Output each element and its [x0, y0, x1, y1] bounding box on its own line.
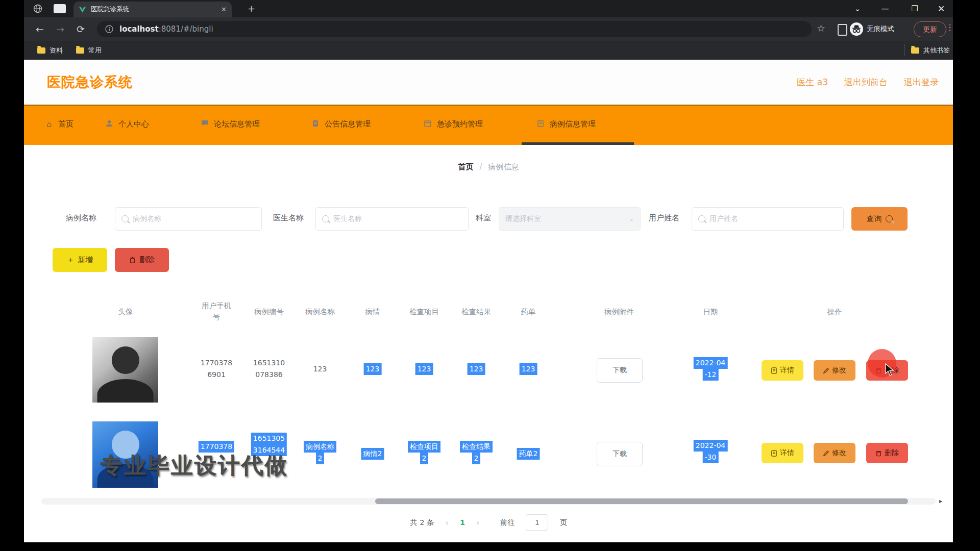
search-icon: [698, 215, 705, 222]
user-icon: [105, 119, 114, 129]
col-header-phone: 用户手机号: [202, 300, 231, 322]
doctor-name-input[interactable]: 医生名称: [315, 207, 469, 231]
department-label: 科室: [476, 213, 491, 223]
delete-button[interactable]: 删除: [115, 248, 169, 272]
page-number[interactable]: 1: [460, 518, 465, 527]
new-tab-icon[interactable]: +: [248, 4, 255, 13]
browser-tab-bar: 医院急诊系统 ✕ + ⌄ — ❐ ✕: [24, 0, 953, 17]
cell-case-name: 病例名称 2: [304, 441, 336, 464]
vue-favicon-icon: [79, 6, 86, 13]
pinned-tab-icon[interactable]: [54, 4, 66, 13]
nav-item-profile[interactable]: 个人中心: [105, 119, 149, 129]
main-nav: ⌂ 首页 个人中心 论坛信息管理 公告信息管理 急诊预约管理: [24, 105, 953, 145]
restore-icon[interactable]: ❐: [903, 0, 926, 17]
cell-condition: 123: [364, 363, 382, 375]
cell-check-item: 检查项目 2: [408, 441, 440, 464]
bookmarks-bar: 资料 常用 其他书签: [24, 41, 953, 60]
url-path: :8081/#/bingli: [159, 24, 213, 34]
minimize-icon[interactable]: —: [873, 0, 897, 17]
info-icon[interactable]: [105, 25, 113, 33]
incognito-icon: [850, 22, 863, 36]
col-header-condition: 病情: [365, 306, 380, 317]
nav-item-notice[interactable]: 公告信息管理: [311, 119, 371, 129]
breadcrumb: 首页 / 病例信息: [24, 162, 953, 172]
pagination: 共 2 条 ‹ 1 › 前往 页: [24, 514, 953, 531]
department-select[interactable]: 请选择科室 ⌄: [499, 207, 641, 231]
forum-icon: [200, 119, 209, 129]
cell-check-result: 检查结果 2: [460, 441, 493, 464]
breadcrumb-separator: /: [479, 162, 482, 172]
col-header-operation: 操作: [827, 306, 842, 317]
folder-icon: [911, 47, 919, 54]
folder-icon: [37, 47, 45, 54]
add-button[interactable]: ＋ 新增: [53, 248, 107, 272]
detail-button[interactable]: 详情: [762, 360, 803, 381]
edit-button[interactable]: 修改: [814, 443, 855, 463]
col-header-check-result: 检查结果: [461, 306, 491, 317]
prev-page-icon[interactable]: ‹: [446, 518, 449, 528]
user-name-input[interactable]: 用户姓名: [692, 207, 844, 231]
next-page-icon[interactable]: ›: [476, 518, 479, 528]
col-header-check-item: 检查项目: [409, 306, 439, 317]
cell-phone: 17703786901: [201, 357, 232, 381]
bookmark-label: 资料: [50, 46, 63, 55]
window-menu-chevron-icon[interactable]: ⌄: [846, 0, 869, 17]
close-icon[interactable]: ✕: [929, 0, 953, 17]
star-icon[interactable]: ☆: [817, 23, 825, 33]
address-bar[interactable]: localhost :8081/#/bingli: [97, 21, 812, 37]
nav-item-home[interactable]: ⌂ 首页: [44, 119, 74, 129]
goto-unit: 页: [559, 518, 567, 528]
update-button[interactable]: 更新: [914, 21, 946, 37]
chevron-down-icon: ⌄: [629, 215, 634, 222]
more-menu-icon[interactable]: ⋮: [946, 22, 953, 32]
detail-button[interactable]: 详情: [762, 443, 803, 463]
active-tab[interactable]: 医院急诊系统 ✕: [74, 2, 232, 17]
bookmark-folder-changyong[interactable]: 常用: [76, 46, 102, 55]
globe-icon[interactable]: [33, 4, 42, 13]
search-icon: [121, 215, 129, 222]
reload-icon[interactable]: ⟳: [73, 21, 88, 37]
user-name-link[interactable]: 医生 a3: [797, 77, 828, 88]
total-count: 共 2 条: [410, 518, 434, 528]
other-bookmarks[interactable]: 其他书签: [911, 46, 950, 55]
browser-toolbar: ← → ⟳ localhost :8081/#/bingli ☆ 无痕模式: [24, 17, 953, 41]
doc-icon: [771, 367, 777, 374]
tab-close-icon[interactable]: ✕: [221, 6, 227, 13]
notice-icon: [311, 119, 320, 129]
breadcrumb-home[interactable]: 首页: [458, 162, 473, 172]
side-panel-icon[interactable]: [838, 24, 847, 36]
watermark-text: 专业毕业设计代做: [101, 451, 288, 481]
edit-button[interactable]: 修改: [814, 360, 855, 381]
exit-to-front-link[interactable]: 退出到前台: [844, 77, 888, 88]
nav-item-appointment[interactable]: 急诊预约管理: [423, 119, 483, 129]
col-header-attachment: 病例附件: [604, 306, 634, 317]
trash-icon: [875, 450, 882, 457]
col-header-case-name: 病例名称: [305, 306, 335, 317]
download-button[interactable]: 下载: [597, 442, 643, 466]
scroll-right-icon[interactable]: ▸: [939, 497, 942, 505]
bookmark-folder-ziliao[interactable]: 资料: [37, 46, 63, 55]
edit-icon: [823, 450, 829, 457]
cell-case-no: 1651310078386: [253, 357, 285, 381]
nav-item-forum[interactable]: 论坛信息管理: [200, 119, 260, 129]
app-header: 医院急诊系统 医生 a3 退出到前台 退出登录: [24, 60, 953, 105]
back-icon[interactable]: ←: [32, 21, 47, 37]
case-name-input[interactable]: 病例名称: [115, 207, 262, 231]
goto-page-input[interactable]: [526, 514, 548, 531]
doctor-name-label: 医生名称: [273, 213, 304, 223]
cursor-arrow-icon: [885, 363, 896, 377]
bookmarks-divider: [904, 44, 905, 56]
search-button[interactable]: 查询: [851, 207, 908, 231]
horizontal-scrollbar[interactable]: [41, 498, 936, 505]
logout-link[interactable]: 退出登录: [904, 77, 939, 88]
download-button[interactable]: 下载: [597, 358, 643, 383]
home-icon: ⌂: [44, 119, 54, 129]
url-host: localhost: [119, 24, 159, 34]
trash-icon: [129, 257, 136, 263]
scrollbar-thumb[interactable]: [375, 498, 908, 504]
col-header-prescription: 药单: [521, 306, 536, 317]
nav-item-cases[interactable]: 病例信息管理: [536, 119, 596, 129]
remove-button[interactable]: 删除: [866, 443, 908, 463]
forward-icon[interactable]: →: [53, 21, 68, 37]
browser-window: 医院急诊系统 ✕ + ⌄ — ❐ ✕ ← → ⟳ localhost :8081…: [24, 0, 953, 542]
